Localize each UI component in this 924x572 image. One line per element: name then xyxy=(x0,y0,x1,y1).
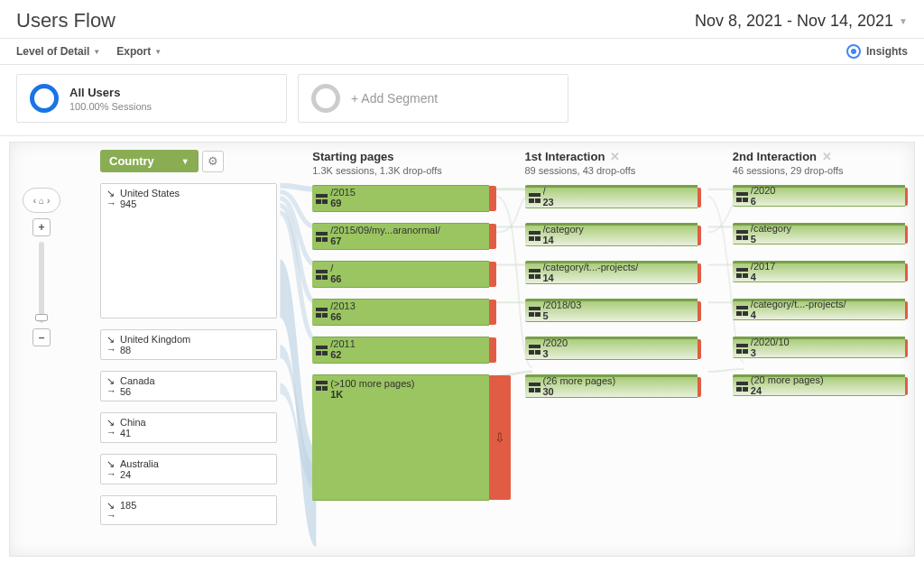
subbar: Level of Detail ▼ Export ▼ Insights xyxy=(0,39,924,65)
column-subtitle: 46 sessions, 29 drop-offs xyxy=(733,165,905,176)
source-label: United Kingdom xyxy=(120,334,190,345)
segment-all-users[interactable]: All Users 100.00% Sessions xyxy=(16,74,287,123)
page-icon xyxy=(736,268,748,278)
source-node[interactable]: ↘→ Canada 56 xyxy=(100,371,277,401)
dropoff-bar xyxy=(905,377,908,395)
page-node-more[interactable]: (>100 more pages)1K ⇩ xyxy=(312,374,489,501)
source-node[interactable]: ↘→ United States 945 xyxy=(100,183,277,318)
zoom-home-button[interactable]: ‹ ⌂ › xyxy=(23,188,60,213)
page-node[interactable]: /category5 xyxy=(733,223,905,244)
export-label: Export xyxy=(116,45,151,58)
page-node[interactable]: /201569 xyxy=(312,185,489,212)
node-value: 4 xyxy=(751,272,776,283)
page-node[interactable]: /66 xyxy=(312,261,489,288)
export-dropdown[interactable]: Export ▼ xyxy=(116,45,162,58)
page-node[interactable]: /201162 xyxy=(312,337,489,364)
page-node-more[interactable]: (20 more pages)24 xyxy=(733,374,905,396)
dropdown-icon: ▼ xyxy=(93,48,100,56)
insights-label: Insights xyxy=(866,45,908,58)
page-node-more[interactable]: (26 more pages)30 xyxy=(525,374,698,398)
source-node[interactable]: ↘→ Australia 24 xyxy=(100,454,277,484)
column-subtitle: 89 sessions, 43 drop-offs xyxy=(525,165,698,176)
dropoff-bar xyxy=(489,262,496,287)
dropoff-bar xyxy=(905,339,908,357)
close-column-button[interactable]: ✕ xyxy=(822,150,832,163)
zoom-out-button[interactable]: – xyxy=(32,328,51,346)
flow-arrow-icon: ↘→ xyxy=(106,376,116,396)
page-node[interactable]: /category/t...-projects/14 xyxy=(525,261,698,284)
dropoff-bar xyxy=(698,226,701,245)
insights-button[interactable]: Insights xyxy=(846,44,908,59)
source-value: 41 xyxy=(120,428,146,438)
dropoff-bar xyxy=(698,339,701,359)
dimension-column: Country ▼ ⚙ ↘→ United States 945 ↘→ Unit… xyxy=(100,150,277,556)
page-node[interactable]: /23 xyxy=(525,185,698,208)
first-interaction-column: 1st Interaction ✕ 89 sessions, 43 drop-o… xyxy=(525,150,698,556)
node-value: 5 xyxy=(751,235,791,245)
date-range-picker[interactable]: Nov 8, 2021 - Nov 14, 2021 ▼ xyxy=(695,12,908,31)
flow-arrow-icon: ↘→ xyxy=(106,418,116,438)
page-icon xyxy=(316,308,328,318)
dropoff-bar xyxy=(698,263,701,283)
node-value: 5 xyxy=(543,311,582,322)
page-icon xyxy=(736,382,748,392)
dropoff-bar xyxy=(905,263,908,281)
source-value: 88 xyxy=(120,345,190,355)
flow-arrow-icon: ↘→ xyxy=(106,459,116,479)
page-icon xyxy=(529,383,541,392)
dropdown-icon: ▼ xyxy=(154,48,162,56)
starting-pages-column: Starting pages 1.3K sessions, 1.3K drop-… xyxy=(312,150,489,556)
dropdown-icon: ▼ xyxy=(181,157,189,166)
insights-icon xyxy=(846,44,861,59)
dropoff-bar xyxy=(489,300,496,325)
page-node[interactable]: /20174 xyxy=(733,261,905,282)
dropoff-bar xyxy=(905,301,908,319)
page-icon xyxy=(736,306,748,316)
node-label: /2015/09/my...aranormal/ xyxy=(330,226,439,236)
users-flow-diagram[interactable]: ‹ ⌂ › + – Country ▼ ⚙ ↘→ U xyxy=(9,142,915,557)
page-icon xyxy=(316,346,328,355)
page-icon xyxy=(529,231,541,241)
page-icon xyxy=(316,232,328,242)
home-icon: ⌂ xyxy=(39,196,44,206)
zoom-handle[interactable] xyxy=(35,314,48,321)
dimension-settings-button[interactable]: ⚙ xyxy=(202,151,224,172)
page-icon xyxy=(736,344,748,354)
dropoff-bar xyxy=(698,301,701,321)
page-header: Users Flow Nov 8, 2021 - Nov 14, 2021 ▼ xyxy=(0,0,924,39)
source-value: 56 xyxy=(120,386,155,397)
page-node[interactable]: /20206 xyxy=(733,185,905,207)
chevron-right-icon: › xyxy=(47,196,50,206)
source-node[interactable]: ↘→ United Kingdom 88 xyxy=(100,329,277,360)
dimension-dropdown[interactable]: Country ▼ xyxy=(100,150,199,172)
zoom-in-button[interactable]: + xyxy=(32,218,51,236)
page-node[interactable]: /2018/035 xyxy=(525,299,698,322)
page-node[interactable]: /category/t...-projects/4 xyxy=(733,299,905,320)
source-node[interactable]: ↘→ 185 xyxy=(100,495,277,525)
add-segment-button[interactable]: + Add Segment xyxy=(298,74,568,123)
node-value: 66 xyxy=(330,312,356,323)
chevron-left-icon: ‹ xyxy=(33,196,36,206)
level-of-detail-dropdown[interactable]: Level of Detail ▼ xyxy=(16,45,100,58)
page-node[interactable]: /2015/09/my...aranormal/67 xyxy=(312,223,489,250)
page-node[interactable]: /201366 xyxy=(312,299,489,326)
page-node[interactable]: /category14 xyxy=(525,223,698,246)
level-of-detail-label: Level of Detail xyxy=(16,45,89,58)
page-icon xyxy=(316,194,328,204)
dropoff-bar xyxy=(905,188,908,206)
node-value: 3 xyxy=(543,349,568,360)
column-title: 2nd Interaction xyxy=(733,150,817,163)
source-value: 185 xyxy=(120,500,136,511)
source-value: 945 xyxy=(120,198,180,209)
second-interaction-column: 2nd Interaction ✕ 46 sessions, 29 drop-o… xyxy=(733,150,905,556)
node-label: /2018/03 xyxy=(543,300,582,311)
node-label: /2020/10 xyxy=(751,337,790,348)
dropoff-bar xyxy=(698,377,701,397)
zoom-slider[interactable] xyxy=(39,242,44,323)
source-label: China xyxy=(120,417,146,428)
page-node[interactable]: /20203 xyxy=(525,337,698,360)
source-node[interactable]: ↘→ China 41 xyxy=(100,412,277,443)
page-node[interactable]: /2020/103 xyxy=(733,337,905,358)
node-label: /category/t...-projects/ xyxy=(751,300,846,310)
close-column-button[interactable]: ✕ xyxy=(610,150,620,163)
